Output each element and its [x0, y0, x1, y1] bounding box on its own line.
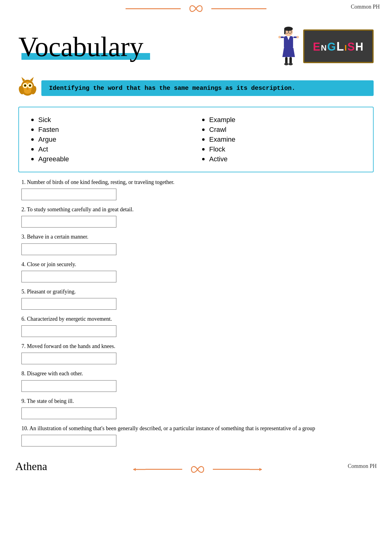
- header: Vocabulary: [0, 17, 392, 69]
- svg-point-7: [278, 36, 281, 38]
- letter-e: E: [313, 40, 321, 53]
- vocabulary-title-block: Vocabulary: [18, 33, 150, 60]
- word-item-sick: Sick: [31, 115, 190, 125]
- question-7: 7. Moved forward on the hands and knees.: [21, 343, 371, 364]
- instruction-text: Identifying the word that has the same m…: [49, 85, 295, 92]
- arrow-left-icon: [133, 466, 145, 473]
- svg-rect-10: [289, 57, 292, 64]
- arrow-right: [211, 8, 266, 9]
- deco-line-right: [213, 469, 250, 470]
- question-3-body: Behave in a certain manner.: [27, 234, 88, 240]
- question-2-number: 2: [21, 206, 24, 212]
- question-4: 4. Close or join securely.: [21, 261, 371, 282]
- answer-box-1[interactable]: [21, 189, 116, 200]
- word-active: Active: [209, 155, 228, 163]
- question-2-text: 2. To study something carefully and in g…: [21, 206, 371, 213]
- bullet: [31, 119, 34, 121]
- question-1: 1. Number of birds of one kind feeding, …: [21, 178, 371, 200]
- question-1-body: Number of birds of one kind feeding, res…: [27, 179, 174, 185]
- letter-s: S: [347, 40, 355, 53]
- question-6-number: 6: [21, 316, 24, 322]
- question-7-text: 7. Moved forward on the hands and knees.: [21, 343, 371, 350]
- question-10: 10. An illustration of something that's …: [21, 425, 371, 446]
- english-board-text: ENGLISH: [313, 40, 364, 53]
- answer-box-8[interactable]: [21, 380, 116, 392]
- arrow-right-icon: [250, 466, 262, 473]
- question-5: 5. Pleasant or gratifying.: [21, 288, 371, 310]
- word-item-act: Act: [31, 144, 190, 154]
- answer-box-5[interactable]: [21, 298, 116, 310]
- svg-point-1: [284, 27, 293, 31]
- bullet: [202, 158, 205, 160]
- question-4-text: 4. Close or join securely.: [21, 261, 371, 268]
- answer-box-10[interactable]: [21, 435, 116, 446]
- word-bank-column2: Example Crawl Examine Flock Active: [202, 115, 361, 164]
- question-8-body: Disagree with each other.: [27, 370, 83, 377]
- question-1-text: 1. Number of birds of one kind feeding, …: [21, 178, 371, 186]
- bullet: [202, 119, 205, 121]
- question-9-number: 9: [21, 398, 24, 404]
- answer-box-2[interactable]: [21, 216, 116, 228]
- bullet: [202, 138, 205, 141]
- questions-area: 1. Number of birds of one kind feeding, …: [18, 178, 374, 446]
- word-fasten: Fasten: [38, 126, 59, 134]
- word-item-fasten: Fasten: [31, 125, 190, 135]
- question-10-body: An illustration of something that's been…: [29, 425, 315, 431]
- question-5-number: 5: [21, 289, 24, 295]
- bottom-decoration: [133, 463, 262, 476]
- word-flock: Flock: [209, 145, 225, 153]
- deco-line-left: [145, 469, 182, 470]
- word-crawl: Crawl: [209, 126, 226, 134]
- word-item-flock: Flock: [202, 144, 361, 154]
- question-2: 2. To study something carefully and in g…: [21, 206, 371, 228]
- svg-point-23: [24, 85, 26, 86]
- svg-point-8: [296, 36, 299, 38]
- word-bank-column1: Sick Fasten Argue Act Agreeable: [31, 115, 190, 164]
- answer-box-3[interactable]: [21, 243, 116, 255]
- svg-marker-4: [282, 48, 295, 57]
- bullet: [202, 148, 205, 151]
- owl-svg: [18, 75, 37, 97]
- english-board: ENGLISH: [303, 29, 374, 63]
- question-8-text: 8. Disagree with each other.: [21, 370, 371, 377]
- answer-box-7[interactable]: [21, 353, 116, 364]
- top-right-logo: Common PH: [351, 4, 380, 10]
- word-item-crawl: Crawl: [202, 125, 361, 135]
- question-2-body: To study something carefully and in grea…: [27, 206, 134, 212]
- question-6: 6. Characterized by energetic movement.: [21, 315, 371, 337]
- word-bank: Sick Fasten Argue Act Agreeable Example …: [18, 107, 374, 172]
- svg-rect-9: [285, 57, 288, 64]
- letter-n: N: [321, 43, 327, 52]
- question-10-text: 10. An illustration of something that's …: [21, 425, 371, 432]
- letter-i: I: [345, 43, 347, 52]
- question-8: 8. Disagree with each other.: [21, 370, 371, 392]
- instruction-area: Identifying the word that has the same m…: [18, 75, 374, 101]
- svg-point-24: [29, 85, 31, 86]
- letter-g: G: [327, 40, 337, 53]
- word-item-active: Active: [202, 154, 361, 164]
- answer-box-9[interactable]: [21, 408, 116, 419]
- word-act: Act: [38, 145, 48, 153]
- question-6-body: Characterized by energetic movement.: [27, 316, 112, 322]
- question-4-body: Close or join securely.: [27, 261, 76, 267]
- teacher-figure: [277, 26, 300, 66]
- footer: Athena Common PH: [0, 453, 392, 480]
- bottom-infinity-icon: [185, 463, 210, 476]
- question-9-body: The state of being ill.: [27, 398, 74, 404]
- bullet: [31, 158, 34, 160]
- question-7-body: Moved forward on the hands and knees.: [27, 343, 115, 349]
- question-8-number: 8: [21, 370, 24, 377]
- question-5-text: 5. Pleasant or gratifying.: [21, 288, 371, 296]
- answer-box-6[interactable]: [21, 325, 116, 337]
- word-examine: Examine: [209, 136, 236, 144]
- top-decoration: [0, 0, 392, 17]
- svg-marker-31: [133, 468, 136, 471]
- footer-logo: Athena: [15, 460, 47, 473]
- infinity-icon: [184, 2, 208, 15]
- bullet: [31, 138, 34, 141]
- answer-box-4[interactable]: [21, 271, 116, 282]
- word-example: Example: [209, 116, 236, 124]
- question-5-body: Pleasant or gratifying.: [27, 289, 76, 295]
- question-6-text: 6. Characterized by energetic movement.: [21, 315, 371, 323]
- owl-icon: [18, 75, 37, 101]
